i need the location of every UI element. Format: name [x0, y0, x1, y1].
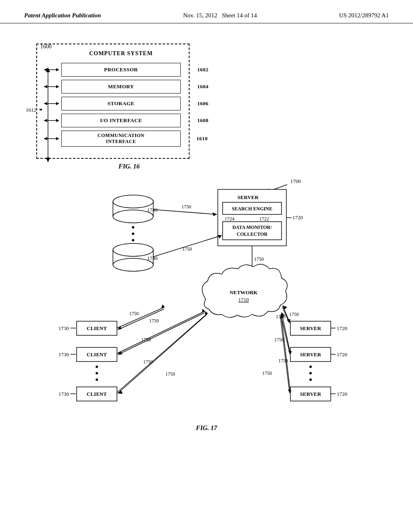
label-1750-c1-right: 1750 [149, 318, 159, 324]
server-text-1: SERVER [300, 325, 321, 331]
svg-marker-18 [44, 137, 47, 140]
svg-marker-7 [56, 68, 59, 71]
arrow-net-c3 [118, 314, 207, 393]
server-text-3: SERVER [300, 391, 321, 397]
comm-arrow [43, 135, 60, 142]
comm-label: 1610 [196, 135, 208, 142]
svg-marker-4 [39, 108, 42, 111]
label-1730-2: 1730 [58, 351, 69, 357]
fig17-caption: FIG. 17 [196, 424, 217, 431]
svg-marker-13 [56, 102, 59, 105]
storage-arrow [43, 100, 60, 107]
memory-block: MEMORY 1604 [61, 80, 181, 94]
dot-s3 [309, 378, 312, 381]
arrow-s3-net [281, 314, 290, 393]
db-2-top-ellipse [113, 243, 153, 256]
label-1750-c3-l: 1750 [143, 359, 153, 365]
data-monitor-text1: DATA MONITOR/ [232, 224, 272, 230]
page-header: Patent Application Publication Nov. 15, … [0, 0, 413, 23]
arrow-c1-net [117, 307, 165, 328]
publication-date: Nov. 15, 2012 Sheet 14 of 14 [183, 12, 257, 19]
io-label: 1608 [197, 117, 209, 124]
svg-marker-23 [213, 212, 217, 216]
network-text: NETWORK [229, 289, 258, 295]
comm-interface-block: COMMUNICATIONINTERFACE 1610 [61, 131, 181, 147]
dot-s2 [309, 372, 312, 374]
vertical-arrow [42, 66, 54, 163]
dot1 [132, 226, 134, 229]
memory-label: 1604 [197, 83, 209, 90]
label-1750-s1-right: 1750 [289, 312, 299, 317]
dot3 [132, 239, 134, 241]
label-1720-3: 1720 [337, 391, 347, 397]
fig16-diagram: 1600 1612 COMPUTER SYSTEM [36, 44, 222, 170]
label-1724: 1724 [225, 216, 234, 222]
data-monitor-text2: COLLECTOR [237, 231, 268, 237]
dot2 [132, 233, 134, 235]
label-1750-s2-r: 1750 [274, 337, 284, 343]
label-1750-c2-l: 1750 [141, 337, 151, 343]
fig16-caption: FIG. 16 [36, 163, 222, 170]
io-arrow [43, 117, 60, 124]
svg-marker-12 [44, 102, 47, 105]
dot-c3 [96, 378, 98, 381]
label-1730-1: 1730 [58, 325, 69, 331]
label-1750-server-down: 1750 [254, 256, 264, 262]
label-1750-db1: 1750 [181, 204, 191, 210]
io-interface-block: I/O INTERFACE 1608 [61, 114, 181, 127]
bracket-1612-label: 1612 [26, 107, 36, 113]
bracket-arrow [38, 107, 43, 112]
label-1750-s3-l: 1750 [278, 358, 288, 364]
arrow-s2-net [282, 312, 290, 353]
processor-arrow [43, 66, 60, 73]
server-title: SERVER [238, 194, 259, 200]
label-1750-c3-r: 1750 [165, 371, 175, 377]
dot-c1 [96, 366, 98, 368]
label-1720-1: 1720 [337, 325, 347, 331]
computer-system-box: 1612 COMPUTER SYSTEM PROCESSOR 1602 [36, 44, 190, 159]
memory-arrow [43, 83, 60, 90]
publication-number: US 2012/289792 A1 [339, 12, 389, 19]
db-top-1-top-ellipse [113, 195, 153, 208]
label-1720-2: 1720 [337, 351, 347, 357]
search-engine-text: SEARCH ENGINE [232, 206, 272, 212]
main-content: 1600 1612 COMPUTER SYSTEM [0, 23, 413, 460]
label-1720-top: 1720 [292, 214, 303, 220]
label-1750-s3-r: 1750 [262, 370, 272, 376]
arrow-db1-server [153, 210, 217, 214]
svg-marker-35 [118, 390, 123, 394]
processor-block: PROCESSOR 1602 [61, 63, 181, 77]
network-id: 1710 [238, 297, 249, 303]
label-1750-db2: 1750 [182, 246, 192, 252]
svg-marker-15 [44, 119, 47, 122]
fig17-diagram: 1700 SERVER 1720 SEARCH ENGINE 1722 1724… [24, 174, 389, 448]
svg-marker-9 [44, 85, 47, 88]
svg-marker-6 [44, 68, 47, 71]
arrow-net-c2 [118, 313, 204, 355]
label-1722: 1722 [259, 216, 269, 222]
fig17-svg: 1700 SERVER 1720 SEARCH ENGINE 1722 1724… [24, 174, 389, 440]
publication-type: Patent Application Publication [24, 12, 101, 19]
client-text-2: CLIENT [87, 351, 107, 357]
svg-marker-2 [46, 158, 50, 162]
label-1750-c1-left: 1750 [129, 311, 139, 316]
label-1730-3: 1730 [58, 391, 69, 397]
server-text-2: SERVER [300, 351, 321, 357]
processor-label: 1602 [197, 66, 209, 73]
dot-c2 [96, 372, 98, 374]
arrow-c3-net [117, 313, 208, 393]
computer-system-title: COMPUTER SYSTEM [61, 50, 181, 57]
svg-marker-16 [56, 119, 59, 122]
storage-label: 1606 [197, 100, 209, 107]
label-1700: 1700 [290, 178, 301, 184]
dot-s1 [309, 366, 312, 368]
svg-marker-10 [56, 85, 59, 88]
client-text-3: CLIENT [87, 391, 107, 397]
svg-marker-19 [56, 137, 59, 140]
storage-block: STORAGE 1606 [61, 97, 181, 110]
client-text-1: CLIENT [87, 325, 107, 331]
arrow-c2-net [117, 311, 205, 353]
